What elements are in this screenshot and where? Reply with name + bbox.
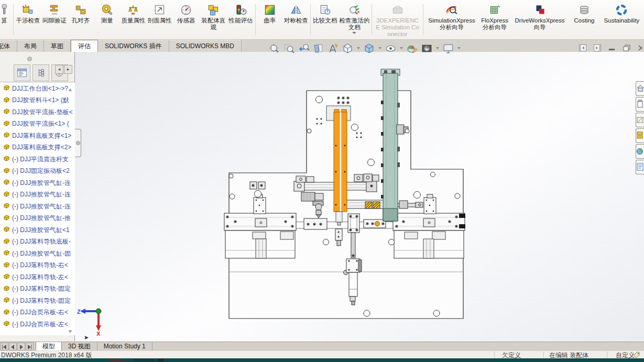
- last-tab-icon[interactable]: [26, 343, 34, 350]
- scroll-left-icon[interactable]: ◂: [55, 65, 63, 74]
- part-icon: [3, 284, 10, 294]
- tab-motion-study[interactable]: Motion Study 1: [97, 342, 152, 350]
- sustainability-button[interactable]: Sustainability: [599, 3, 644, 25]
- tab-assembly[interactable]: 装配体: [0, 40, 17, 52]
- tree-item[interactable]: (-) DJJ落料导轨底板-: [0, 236, 75, 248]
- tree-item[interactable]: DJJ胶管料斗<1> (默: [0, 95, 75, 107]
- tree-item[interactable]: (-) DJJ合页吊板-左<: [0, 319, 75, 331]
- clearance-verify-button[interactable]: 间隙验证: [41, 3, 68, 25]
- panel-splitter-handle[interactable]: [75, 129, 81, 157]
- assembly-visualization-button[interactable]: 装配体直观: [199, 3, 227, 31]
- view-settings-icon[interactable]: [442, 42, 454, 54]
- tree-item[interactable]: DJJ胶管平流振-垫板<: [0, 106, 75, 118]
- tab-solidworks-addins[interactable]: SOLIDWORKS 插件: [98, 40, 169, 52]
- section-properties-button[interactable]: 剖面属性: [147, 3, 173, 25]
- check-active-document-button[interactable]: 检查激活的文档: [338, 3, 370, 35]
- close-icon[interactable]: [638, 44, 642, 51]
- tree-item[interactable]: (-) DJJ落料导轨-右<: [0, 260, 75, 272]
- chevron-down-icon[interactable]: [457, 47, 461, 49]
- tree-item-label: (-) DJJ推胶管气缸-连: [12, 179, 71, 188]
- tree-item[interactable]: DJJ落料底板支撑<2>: [0, 142, 75, 154]
- window-controls: [579, 44, 642, 51]
- measure-button[interactable]: 测量: [94, 3, 120, 25]
- simulationxpress-button[interactable]: SimulationXpress 分析向导: [424, 3, 479, 31]
- graphics-viewport[interactable]: Z X: [75, 52, 644, 342]
- tree-horizontal-scroll-icon[interactable]: ➤: [84, 334, 89, 341]
- zoom-to-area-icon[interactable]: [283, 42, 295, 54]
- tab-model[interactable]: 模型: [36, 342, 62, 350]
- previous-view-icon[interactable]: [298, 42, 310, 54]
- tree-scroll-up-icon[interactable]: ▲: [68, 86, 73, 92]
- next-tab-icon[interactable]: [17, 343, 25, 350]
- sensors-button[interactable]: 传感器: [173, 3, 199, 25]
- interference-check-button[interactable]: 干涉检查: [15, 3, 41, 25]
- hole-alignment-button[interactable]: 孔对齐: [68, 3, 94, 25]
- clipped-ribbon-button[interactable]: 算: [0, 3, 12, 25]
- edit-appearance-icon[interactable]: [406, 42, 418, 54]
- tree-item[interactable]: DJJ工作台面<1>->?: [0, 83, 75, 95]
- chevron-down-icon[interactable]: [357, 47, 360, 49]
- scroll-right-icon[interactable]: ▸: [64, 65, 72, 74]
- design-library-tab[interactable]: [636, 97, 644, 112]
- tree-item[interactable]: (-) DJJ落料导轨-固定: [0, 283, 75, 295]
- chevron-down-icon[interactable]: [436, 47, 439, 49]
- tree-item[interactable]: (-) DJJ平流震连杆支: [0, 153, 75, 166]
- tree-item[interactable]: (-) DJJ合页吊板-右<: [0, 307, 75, 319]
- feature-tree-tab[interactable]: [14, 64, 30, 81]
- tree-item[interactable]: (-) DJJ落料导轨-固定: [0, 295, 75, 307]
- display-style-icon[interactable]: [363, 42, 375, 54]
- tree-item[interactable]: (-) DJJ推胶管气缸-推: [0, 213, 75, 225]
- first-tab-icon[interactable]: [1, 343, 8, 350]
- orange-feeder-rail[interactable]: [334, 109, 347, 225]
- chevron-down-icon[interactable]: [378, 47, 381, 49]
- part-icon: [3, 249, 10, 258]
- collapse-left-panel-icon[interactable]: [579, 44, 586, 51]
- tree-item[interactable]: (-) DJJ推胶管气缸-固: [0, 248, 75, 260]
- appearances-scenes-tab[interactable]: [636, 144, 644, 159]
- apply-scene-icon[interactable]: [421, 42, 433, 54]
- symmetry-check-button[interactable]: 对称检查: [283, 3, 309, 25]
- custom-properties-tab[interactable]: [636, 160, 644, 174]
- tab-3d-views[interactable]: 3D 视图: [62, 342, 97, 350]
- panel-splitter-dot[interactable]: [27, 57, 32, 61]
- tree-item-label: DJJ落料底板支撑<1>: [12, 131, 71, 140]
- chevron-down-icon[interactable]: [400, 47, 403, 49]
- file-explorer-tab[interactable]: [636, 113, 644, 127]
- view-palette-tab[interactable]: [636, 128, 644, 143]
- solidworks-resources-tab[interactable]: [636, 81, 644, 96]
- performance-evaluation-button[interactable]: 性能评估: [227, 3, 254, 25]
- tree-item[interactable]: (-) DJJ落料导轨-左<: [0, 271, 75, 283]
- collapse-right-panel-icon[interactable]: [594, 44, 601, 51]
- property-manager-tab[interactable]: [32, 64, 49, 81]
- tab-evaluate[interactable]: 评估: [71, 40, 98, 52]
- part-icon: [3, 84, 10, 93]
- tree-item[interactable]: DJJ落料底板支撑<1>: [0, 130, 75, 142]
- tree-item-label: (-) DJJ推胶管气缸-推: [12, 214, 71, 223]
- restore-icon[interactable]: [623, 44, 630, 51]
- tree-item[interactable]: (-) DJJ推胶管气缸-连: [0, 201, 75, 213]
- tree-item[interactable]: (-) DJJ固定振动板<2: [0, 166, 75, 178]
- tree-item[interactable]: (-) DJJ推胶管气缸-连: [0, 177, 75, 189]
- mass-properties-button[interactable]: 质量属性: [120, 3, 146, 25]
- costing-button[interactable]: Costing: [569, 3, 599, 25]
- status-divider: [607, 352, 607, 358]
- tree-item[interactable]: DJJ胶管平流振<1> (: [0, 118, 75, 130]
- tab-layout[interactable]: 布局: [17, 40, 44, 52]
- tree-scroll-down-icon[interactable]: ▼: [68, 328, 73, 334]
- minimize-icon[interactable]: [608, 44, 616, 51]
- tree-item[interactable]: (-) DJJ推胶管气缸<1: [0, 224, 75, 236]
- hide-show-items-icon[interactable]: [385, 42, 397, 54]
- curvature-button[interactable]: 曲率: [257, 3, 283, 25]
- zoom-to-fit-icon[interactable]: [268, 42, 280, 54]
- tab-solidworks-mbd[interactable]: SOLIDWORKS MBD: [169, 40, 242, 52]
- section-view-icon[interactable]: [312, 42, 324, 54]
- driveworksxpress-button[interactable]: DriveWorksXpress 向导: [510, 3, 569, 31]
- tree-item[interactable]: (-) DJJ推胶管气缸-连: [0, 189, 75, 201]
- floxpress-button[interactable]: FloXpress 分析向导: [479, 3, 510, 31]
- tab-sketch[interactable]: 草图: [44, 40, 71, 52]
- compare-documents-button[interactable]: 比较文档: [312, 3, 338, 25]
- dynamic-annotation-icon[interactable]: [327, 42, 339, 54]
- view-orientation-icon[interactable]: [342, 42, 354, 54]
- tree-item-label: DJJ胶管平流振<1> (: [12, 119, 69, 128]
- previous-tab-icon[interactable]: [9, 343, 17, 350]
